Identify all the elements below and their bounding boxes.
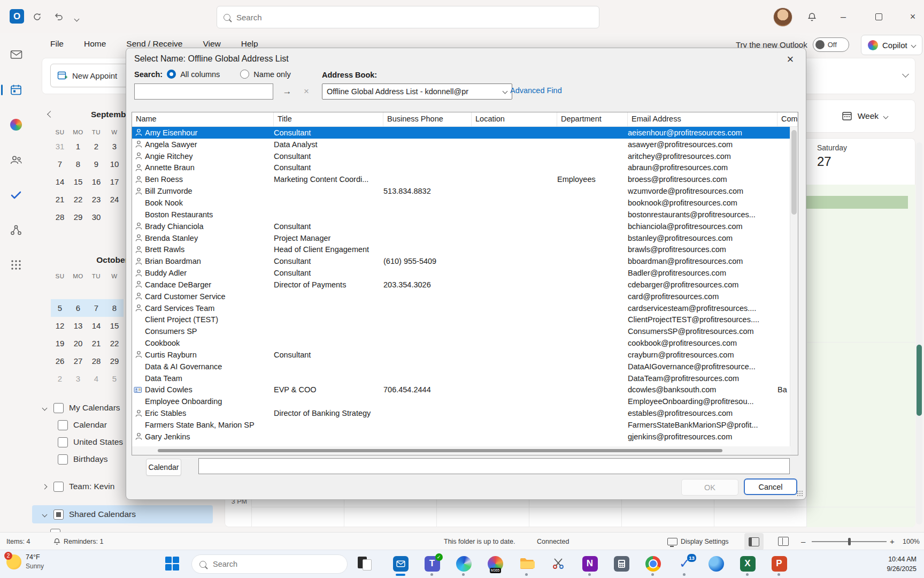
minimize-button[interactable]: – bbox=[835, 9, 851, 25]
minical-date[interactable]: 28 bbox=[87, 352, 105, 370]
zoom-slider-thumb[interactable] bbox=[848, 538, 851, 545]
taskbar-search-input[interactable] bbox=[212, 559, 340, 569]
avatar[interactable] bbox=[773, 7, 792, 27]
file-explorer-taskbar-icon[interactable] bbox=[516, 553, 537, 574]
column-header-email-address[interactable]: Email Address bbox=[628, 112, 777, 126]
search-clear-icon[interactable]: × bbox=[299, 85, 313, 98]
minical-date[interactable]: 22 bbox=[69, 191, 87, 208]
resize-grip[interactable] bbox=[797, 490, 803, 497]
minical-date[interactable]: 1 bbox=[69, 138, 87, 155]
org-icon[interactable] bbox=[7, 222, 25, 239]
search-input[interactable] bbox=[235, 12, 592, 22]
cancel-button[interactable]: Cancel bbox=[744, 478, 797, 495]
task-view-taskbar-icon[interactable] bbox=[354, 553, 375, 574]
address-row[interactable]: David CowlesEVP & COO706.454.2444dcowles… bbox=[132, 384, 790, 396]
planner-taskbar-icon[interactable]: ✓13 bbox=[674, 553, 695, 574]
minical-date[interactable] bbox=[51, 282, 69, 299]
calendar-scrollbar[interactable] bbox=[916, 142, 922, 524]
list-horizontal-scrollbar[interactable] bbox=[132, 446, 790, 455]
address-row[interactable]: Curtis RayburnConsultantcrayburn@profitr… bbox=[132, 349, 790, 361]
undo-icon[interactable] bbox=[51, 10, 65, 24]
titlebar-search[interactable] bbox=[217, 6, 599, 28]
normal-view-button[interactable] bbox=[744, 533, 764, 550]
address-row[interactable]: Card Services Teamcardservicesteam@profi… bbox=[132, 302, 790, 314]
address-row[interactable]: Eric StablesDirector of Banking Strategy… bbox=[132, 407, 790, 419]
people-icon[interactable] bbox=[7, 151, 25, 169]
ribbon-tab-home[interactable]: Home bbox=[84, 39, 106, 49]
chevron-down-icon[interactable] bbox=[41, 513, 48, 516]
minical-date[interactable]: 16 bbox=[87, 173, 105, 191]
dialog-close-icon[interactable]: × bbox=[782, 51, 798, 67]
calendar-checkbox[interactable] bbox=[58, 420, 68, 430]
address-row[interactable]: Buddy AdlerConsultantBadler@profitresour… bbox=[132, 267, 790, 279]
blue-app-taskbar-icon[interactable] bbox=[705, 553, 727, 574]
minical-date[interactable]: 29 bbox=[105, 352, 124, 370]
close-button[interactable]: × bbox=[905, 9, 921, 25]
column-header-location[interactable]: Location bbox=[472, 112, 557, 126]
minical-date[interactable]: 5 bbox=[51, 299, 69, 317]
m365-copilot-taskbar-icon[interactable]: M365 bbox=[484, 553, 506, 574]
address-row[interactable]: Gary Jenkinsgjenkins@profitresources.com bbox=[132, 431, 790, 443]
address-row[interactable]: Angela SawyerData Analystasawyer@profitr… bbox=[132, 139, 790, 150]
taskbar-clock[interactable]: 10:44 AM 9/26/2025 bbox=[887, 554, 917, 574]
address-row[interactable]: Cookbookcookbook@profitresources.com bbox=[132, 337, 790, 349]
address-row[interactable]: Angie RitcheyConsultantaritchey@profitre… bbox=[132, 150, 790, 162]
calendar-icon[interactable] bbox=[7, 81, 25, 98]
address-row[interactable]: Farmers State Bank, Marion SPFarmersStat… bbox=[132, 419, 790, 431]
ok-button[interactable]: OK bbox=[681, 479, 738, 496]
list-vertical-scrollbar[interactable] bbox=[790, 127, 798, 455]
powerpoint-taskbar-icon[interactable]: P bbox=[768, 553, 790, 574]
calendar-recipients-button[interactable]: Calendar bbox=[146, 459, 181, 476]
notification-bell-icon[interactable] bbox=[805, 10, 819, 24]
minical-date[interactable]: 19 bbox=[51, 334, 69, 352]
calendar-checkbox[interactable] bbox=[53, 509, 64, 520]
taskbar-search[interactable] bbox=[191, 554, 348, 574]
minical-date[interactable] bbox=[87, 282, 105, 299]
calculator-taskbar-icon[interactable] bbox=[611, 553, 632, 574]
minical-date[interactable]: 12 bbox=[51, 317, 69, 334]
view-selector-week-button[interactable]: Week bbox=[837, 107, 892, 125]
minical-date[interactable]: 13 bbox=[69, 317, 87, 334]
onenote-taskbar-icon[interactable]: N bbox=[579, 553, 600, 574]
outlook-taskbar-icon[interactable] bbox=[390, 553, 411, 574]
calendar-checkbox[interactable] bbox=[58, 454, 68, 465]
minical-date[interactable]: 28 bbox=[51, 208, 69, 226]
minical-date[interactable]: 21 bbox=[51, 191, 69, 208]
column-header-comp[interactable]: Comp bbox=[777, 112, 798, 126]
new-outlook-toggle[interactable]: Off bbox=[813, 37, 849, 52]
minical-date[interactable]: 15 bbox=[105, 317, 124, 334]
address-row[interactable]: Data TeamDataTeam@profitresources.com bbox=[132, 372, 790, 384]
minical-date[interactable]: 10 bbox=[105, 155, 124, 173]
advanced-find-link[interactable]: Advanced Find bbox=[510, 86, 562, 95]
all-day-event-band[interactable] bbox=[798, 196, 908, 209]
minical-date[interactable]: 26 bbox=[51, 352, 69, 370]
address-row[interactable]: Card Customer Servicecard@profitresource… bbox=[132, 291, 790, 302]
minical-date[interactable]: 29 bbox=[69, 208, 87, 226]
sidebar-item-shared-calendars[interactable]: Shared Calendars bbox=[32, 505, 213, 523]
chevron-right-icon[interactable] bbox=[41, 485, 48, 489]
calendar-checkbox[interactable] bbox=[58, 437, 68, 447]
minical-date[interactable]: 7 bbox=[87, 299, 105, 317]
address-row[interactable]: Brett RawlsHead of Client Engagementbraw… bbox=[132, 244, 790, 255]
quick-access-chevron-icon[interactable] bbox=[70, 12, 83, 26]
chevron-down-icon[interactable] bbox=[41, 406, 48, 410]
apps-icon[interactable] bbox=[7, 256, 25, 273]
minical-date[interactable]: 27 bbox=[69, 352, 87, 370]
snipping-tool-taskbar-icon[interactable] bbox=[548, 553, 569, 574]
all-columns-radio[interactable] bbox=[167, 70, 176, 79]
minical-date[interactable]: 15 bbox=[69, 173, 87, 191]
minical-date[interactable]: 2 bbox=[51, 370, 69, 387]
collapse-ribbon-chevron-icon[interactable] bbox=[902, 71, 909, 78]
minical-date[interactable]: 8 bbox=[69, 155, 87, 173]
sync-icon[interactable] bbox=[30, 10, 44, 24]
minical-date[interactable]: 5 bbox=[105, 370, 124, 387]
address-row[interactable]: Amy EisenhourConsultantaeisenhour@profit… bbox=[132, 127, 790, 139]
calendar-checkbox[interactable] bbox=[53, 482, 64, 492]
minical-date[interactable]: 17 bbox=[105, 173, 124, 191]
minical-date[interactable]: 7 bbox=[51, 155, 69, 173]
minical-date[interactable]: 21 bbox=[87, 334, 105, 352]
address-row[interactable]: Brian BoardmanConsultant(610) 955-5409bb… bbox=[132, 255, 790, 267]
address-row[interactable]: Brenda StanleyProject Managerbstanley@pr… bbox=[132, 232, 790, 244]
reading-view-button[interactable] bbox=[778, 533, 789, 550]
column-header-business-phone[interactable]: Business Phone bbox=[383, 112, 472, 126]
